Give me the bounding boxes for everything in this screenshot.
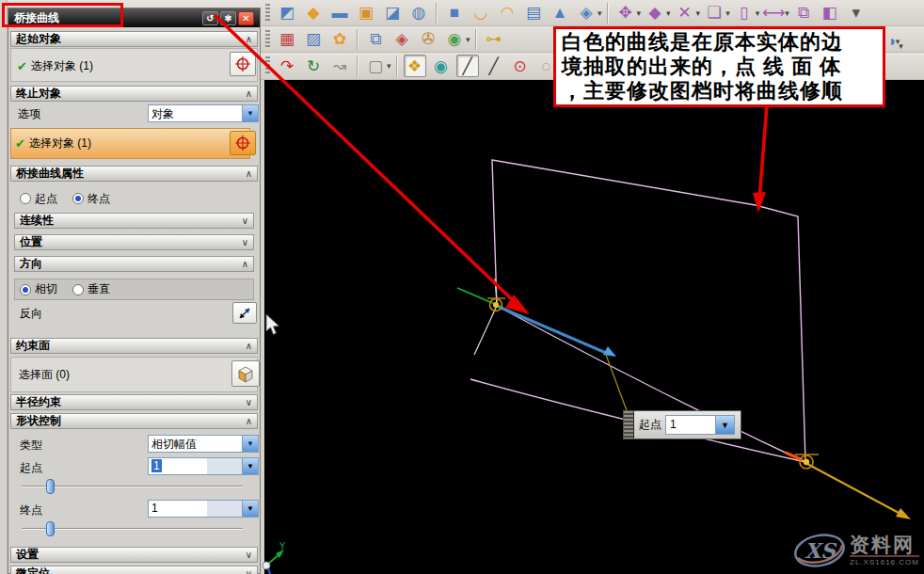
radio-start-point[interactable]: 起点	[20, 191, 57, 207]
trimmed-sheet-icon[interactable]: ◪	[381, 2, 404, 24]
slider-track[interactable]	[22, 486, 243, 487]
key-document-icon[interactable]: ⊶	[483, 28, 505, 51]
snap-line2-icon[interactable]: ╱	[483, 55, 505, 77]
slider-thumb[interactable]	[46, 479, 55, 494]
shape-type-dropdown[interactable]: 相切幅值 ▼	[148, 435, 259, 453]
section-header-end-object[interactable]: 终止对象 ∧	[10, 86, 258, 102]
bend-sheet-icon[interactable]: ◡	[470, 2, 492, 24]
linear-dimension-face-icon[interactable]: ⟷	[762, 2, 785, 24]
start-selection-crosshair-button[interactable]	[230, 52, 256, 76]
collapse-icon[interactable]: ∧	[246, 34, 252, 44]
section-header-settings[interactable]: 设置 ∨	[10, 547, 258, 563]
flange-surface-icon[interactable]: ◆	[302, 2, 325, 24]
start-select-object-row[interactable]: ✔ 选择对象 (1)	[13, 55, 230, 77]
spinner-icon[interactable]: ▼	[242, 501, 258, 517]
collapse-icon[interactable]: ∧	[246, 168, 252, 179]
group-face-icon[interactable]: ⧉	[792, 2, 815, 24]
expand-icon[interactable]: ∨	[242, 215, 248, 226]
slider-track[interactable]	[22, 528, 243, 530]
dropdown-arrow-icon[interactable]: ▾	[597, 8, 602, 18]
surface-analysis-icon[interactable]: ◗ ▾ ▾	[888, 29, 920, 54]
spinner-icon[interactable]: ▼	[715, 416, 734, 434]
graphics-viewport[interactable]	[264, 80, 924, 574]
reverse-direction-button[interactable]	[232, 302, 257, 324]
radio-end-point[interactable]: 终点	[72, 191, 110, 207]
dropdown-arrow-icon[interactable]: ▾	[899, 41, 903, 51]
dropdown-arrow-icon[interactable]: ▾	[666, 8, 671, 18]
radio-tangent[interactable]: 相切	[20, 281, 57, 297]
dropdown-arrow-icon[interactable]: ▾	[466, 35, 470, 44]
selection-marquee-icon[interactable]: ▢	[364, 55, 387, 77]
reset-icon[interactable]: ↺	[202, 11, 218, 25]
mesh-surface-icon[interactable]: ◈	[390, 28, 413, 51]
shell-body-icon[interactable]: ◧	[819, 2, 841, 24]
collapse-icon[interactable]: ∧	[246, 341, 252, 351]
end-magnitude-slider[interactable]	[22, 522, 243, 535]
drag-handle[interactable]	[624, 411, 634, 438]
collapse-icon[interactable]: ∧	[246, 416, 252, 426]
end-magnitude-input[interactable]: 1 ▼	[148, 500, 259, 518]
section-header-radius-constraint[interactable]: 半径约束 ∨	[10, 394, 258, 410]
gear-icon[interactable]: ✱	[220, 11, 236, 25]
chevron-down-icon[interactable]: ▼	[242, 436, 258, 452]
through-curves-icon[interactable]: ▨	[302, 28, 325, 51]
end-selection-crosshair-button[interactable]	[230, 131, 256, 155]
expand-icon[interactable]: ∨	[242, 237, 248, 247]
subsection-continuity[interactable]: 连续性 ∨	[14, 213, 254, 229]
close-icon[interactable]: ✕	[238, 11, 254, 25]
global-shaping-icon[interactable]: ✇	[417, 28, 439, 51]
emboss-body-icon[interactable]: ▣	[355, 2, 377, 24]
pan-view-icon[interactable]: ↝	[328, 55, 351, 77]
snap-enabled-icon[interactable]: ❖	[404, 55, 426, 77]
collapse-icon[interactable]: ∧	[242, 259, 248, 269]
move-face-icon[interactable]: ✥	[614, 2, 637, 24]
expand-icon[interactable]: ∨	[246, 568, 252, 574]
dropdown-arrow-icon[interactable]: ▾	[696, 8, 701, 18]
dropdown-arrow-icon[interactable]: ▾	[637, 8, 642, 18]
dropdown-arrow-icon[interactable]: ▾	[387, 61, 391, 71]
snap-line-icon[interactable]: ╱	[456, 55, 479, 77]
toolbar-drag-handle[interactable]	[265, 56, 270, 75]
resize-blend-icon[interactable]: ▯	[733, 2, 756, 24]
toolbar-overflow-icon[interactable]: ▾	[845, 2, 868, 24]
select-face-button[interactable]	[231, 360, 260, 387]
expand-icon[interactable]: ∨	[246, 550, 252, 560]
select-face-row[interactable]: 选择面 (0)	[19, 367, 70, 383]
section-header-bridge-properties[interactable]: 桥接曲线属性 ∧	[10, 166, 258, 182]
chevron-down-icon[interactable]: ▼	[242, 105, 258, 121]
swoop-sheet-icon[interactable]: ◠	[496, 2, 518, 24]
ruled-surface-icon[interactable]: ▦	[276, 28, 298, 51]
subsection-direction[interactable]: 方向 ∧	[14, 256, 254, 272]
box-sheet-icon[interactable]: ▤	[522, 2, 545, 24]
dropdown-arrow-icon[interactable]: ▾	[725, 8, 730, 18]
block-feature-icon[interactable]: ■	[443, 2, 466, 24]
orient-view-rotate-icon[interactable]: ↷	[276, 55, 298, 77]
swept-surface-icon[interactable]: ◩	[276, 2, 298, 24]
end-object-type-dropdown[interactable]: 对象 ▼	[148, 104, 259, 122]
offset-surface-icon[interactable]: ▬	[328, 2, 351, 24]
sphere-mesh-icon[interactable]: ◈	[575, 2, 597, 24]
start-magnitude-slider[interactable]	[22, 480, 243, 493]
snap-center-icon[interactable]: ⊙	[509, 55, 532, 77]
section-header-constraint-face[interactable]: 约束面 ∧	[10, 338, 258, 354]
copy-face-icon[interactable]: ❏	[703, 2, 725, 24]
collapse-icon[interactable]: ∧	[246, 88, 252, 99]
subsection-position[interactable]: 位置 ∨	[14, 234, 254, 250]
pyramid-icon[interactable]: ▲	[549, 2, 571, 24]
pull-face-icon[interactable]: ◆	[644, 2, 666, 24]
delete-face-icon[interactable]: ✕	[674, 2, 696, 24]
end-select-object-row[interactable]: ✔ 选择对象 (1)	[10, 128, 250, 159]
section-header-micro-positioning[interactable]: 微定位 ∨	[10, 566, 258, 574]
slider-thumb[interactable]	[46, 521, 55, 536]
onscreen-start-input[interactable]: 1	[666, 416, 715, 434]
bounded-plane-icon[interactable]: ◍	[407, 2, 430, 24]
radio-perpendicular[interactable]: 垂直	[72, 281, 110, 297]
snap-point-icon[interactable]: ↻	[302, 55, 325, 77]
n-sided-surface-icon[interactable]: ⧉	[364, 28, 387, 51]
snap-endpoint-icon[interactable]: ◉	[430, 55, 453, 77]
spinner-icon[interactable]: ▼	[242, 458, 258, 474]
dropdown-arrow-icon[interactable]: ▾	[785, 8, 789, 18]
start-magnitude-input[interactable]: 1 ▼	[148, 457, 259, 475]
shading-style-icon[interactable]: ◉	[443, 28, 466, 51]
dialog-title-bar[interactable]: 桥接曲线 ↺ ✱ ✕	[8, 8, 260, 27]
